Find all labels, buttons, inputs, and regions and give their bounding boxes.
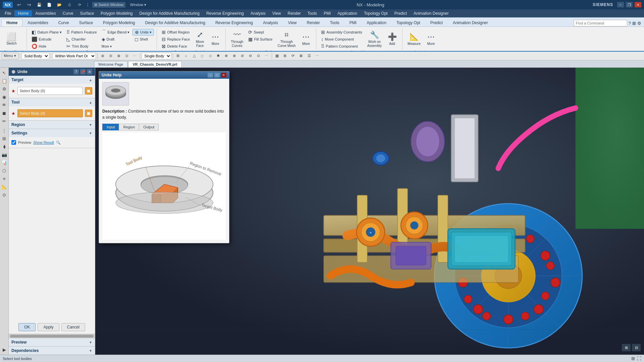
command-search[interactable] <box>574 20 627 26</box>
snap5-btn[interactable]: ⋯ <box>131 52 139 60</box>
pattern-component-btn[interactable]: ⠿ Pattern Component <box>319 43 364 50</box>
panel-pin-btn[interactable]: 📌 <box>80 69 86 74</box>
menu-additive[interactable]: Design for Additive Manufacturing <box>136 10 203 16</box>
replace-face-btn[interactable]: ⊟ Replace Face <box>160 36 192 43</box>
tab-polygon[interactable]: Polygon Modeling <box>98 19 140 26</box>
unite-help-dialog[interactable]: Unite Help − □ ✕ <box>99 71 229 243</box>
lt-analysis-btn[interactable]: 📊 <box>1 159 8 166</box>
menu-render[interactable]: Render <box>284 10 304 16</box>
unite-btn[interactable]: ⊕ Unite ▾ <box>132 29 154 36</box>
lt-body-btn[interactable]: ◼ <box>1 109 8 117</box>
snap3-btn[interactable]: ⊠ <box>115 52 122 60</box>
move-component-btn[interactable]: ↕ Move Component <box>319 36 364 43</box>
region-section-header[interactable]: Region ▼ <box>9 121 95 129</box>
view-btn6[interactable]: ✱ <box>215 52 222 60</box>
title-misc1[interactable]: ⎙ <box>66 1 73 8</box>
unite-help-close-btn[interactable]: ✕ <box>221 73 226 77</box>
lt-edit-btn[interactable]: ✏ <box>1 117 8 125</box>
solid-body-dropdown[interactable]: Solid Body <box>21 53 49 59</box>
measure-btn[interactable]: 📐 Measure <box>405 29 423 50</box>
display-btn2[interactable]: ⊞ <box>281 52 289 60</box>
snap4-btn[interactable]: ⊡ <box>123 52 130 60</box>
panel-close-btn[interactable]: ✕ <box>87 69 92 74</box>
display-btn5[interactable]: ☰ <box>306 52 313 60</box>
view-btn11[interactable]: ⊙ <box>255 52 262 60</box>
viewport-orient-btn[interactable]: ⊟ <box>632 344 641 351</box>
menu-home[interactable]: Home <box>14 10 32 16</box>
status-fullscreen-btn[interactable]: ⛶ <box>637 356 641 361</box>
title-undo[interactable]: ↩ <box>15 1 23 8</box>
tab-predict[interactable]: Predict <box>425 19 448 26</box>
tab-render[interactable]: Render <box>302 19 325 26</box>
unite-help-maximize-btn[interactable]: □ <box>214 73 220 77</box>
lt-feature-btn[interactable]: ⧫ <box>1 143 8 150</box>
chamfer-btn[interactable]: ◺ Chamfer <box>64 36 99 43</box>
window-menu-btn[interactable]: Window ▾ <box>128 2 148 8</box>
menu-pmi[interactable]: PMI <box>320 10 334 16</box>
tab-assemblies[interactable]: Assemblies <box>22 19 53 26</box>
viewport-fit-btn[interactable]: ⊞ <box>622 344 631 351</box>
lt-constraint-btn[interactable]: ⊞ <box>1 135 8 142</box>
tab-additive[interactable]: Design for Additive Manufacturing <box>140 19 210 26</box>
ribbon-settings-btn[interactable]: ⚙ <box>637 21 641 26</box>
preview-collapse-header[interactable]: Preview ▼ <box>9 338 95 346</box>
lt-misc-btn[interactable]: ⊙ <box>1 191 8 198</box>
draft-btn[interactable]: ◈ Draft <box>100 36 132 43</box>
lt-layer-btn[interactable]: ≡ <box>1 175 8 182</box>
view-btn8[interactable]: ⊗ <box>231 52 238 60</box>
menu-view[interactable]: View <box>269 10 284 16</box>
fill-surface-btn[interactable]: ▦ Fill Surface <box>246 36 274 43</box>
lt-measure2-btn[interactable]: 📐 <box>1 183 8 190</box>
tab-reverse[interactable]: Reverse Engineering <box>210 19 258 26</box>
menu-polygon[interactable]: Polygon Modeling <box>97 10 136 16</box>
lt-select-btn[interactable]: ↖ <box>1 69 8 76</box>
tab-pmi[interactable]: PMI <box>344 19 362 26</box>
title-open[interactable]: 📂 <box>56 1 63 8</box>
through-curve-mesh-btn[interactable]: ⌗ ThroughCurve Mesh <box>275 29 298 50</box>
status-fit-btn[interactable]: ⊞ <box>631 356 635 361</box>
menu-animation[interactable]: Animation Designer <box>410 10 452 16</box>
ribbon-expand-btn[interactable]: ⊠ <box>632 21 636 26</box>
tab-animation[interactable]: Animation Designer <box>448 19 493 26</box>
tab-vr-chassis[interactable]: VR_Chassis_DemoVR.prt <box>128 61 181 67</box>
view-btn2[interactable]: ○ <box>182 52 190 60</box>
help-tab-input[interactable]: Input <box>102 124 119 130</box>
switch-window-btn[interactable]: ⊞ Switch Window <box>92 2 125 8</box>
move-face-btn[interactable]: ⤢ MoveFace <box>193 29 207 50</box>
within-work-part-dropdown[interactable]: Within Work Part Or <box>52 53 96 59</box>
snap2-btn[interactable]: ⊟ <box>107 52 114 60</box>
work-on-assembly-btn[interactable]: 🔧 Work onAssembly <box>365 29 384 50</box>
tab-home[interactable]: Home <box>1 19 22 26</box>
tab-welcome[interactable]: Welcome Page <box>94 61 127 67</box>
lt-sketch2-btn[interactable]: ⬡ <box>1 167 8 174</box>
title-redo[interactable]: ↪ <box>25 1 33 8</box>
surface-more-btn[interactable]: ⋯ More <box>299 29 313 50</box>
panel-help-btn[interactable]: ? <box>73 69 79 74</box>
view-btn3[interactable]: △ <box>191 52 198 60</box>
view-btn1[interactable]: ⊞ <box>174 52 182 60</box>
close-btn[interactable]: ✕ <box>635 2 641 7</box>
view-btn10[interactable]: ⊖ <box>247 52 254 60</box>
view-btn9[interactable]: ⊘ <box>239 52 246 60</box>
tab-application[interactable]: Application <box>362 19 391 26</box>
lt-view-btn[interactable]: 👁 <box>1 101 8 109</box>
unite-help-minimize-btn[interactable]: − <box>208 73 213 77</box>
tool-section-header[interactable]: Tool ▲ <box>9 98 95 106</box>
tab-view[interactable]: View <box>283 19 302 26</box>
view-btn5[interactable]: ◇ <box>207 52 214 60</box>
trim-body-btn[interactable]: ✂ Trim Body <box>64 43 99 50</box>
dependencies-header[interactable]: Dependencies ▼ <box>9 347 95 355</box>
help-tab-output[interactable]: Output <box>139 124 159 130</box>
display-btn6[interactable]: ⋯ <box>314 52 321 60</box>
tool-body-input[interactable]: Select Body (0) <box>17 109 83 117</box>
edge-blend-btn[interactable]: ⌒ Edge Blend ▾ <box>100 29 132 36</box>
title-misc2[interactable]: ⟳ <box>76 1 83 8</box>
tab-curve[interactable]: Curve <box>53 19 74 26</box>
cancel-btn[interactable]: Cancel <box>61 323 85 331</box>
menu-surface[interactable]: Surface <box>77 10 97 16</box>
menu-btn[interactable]: Menu ▾ <box>1 53 18 59</box>
show-result-link[interactable]: Show Result <box>33 140 54 144</box>
view-btn4[interactable]: □ <box>199 52 206 60</box>
extrude-btn[interactable]: ⬛ Extrude <box>30 36 64 43</box>
sketch-btn[interactable]: ⬜ Sketch <box>4 29 19 50</box>
